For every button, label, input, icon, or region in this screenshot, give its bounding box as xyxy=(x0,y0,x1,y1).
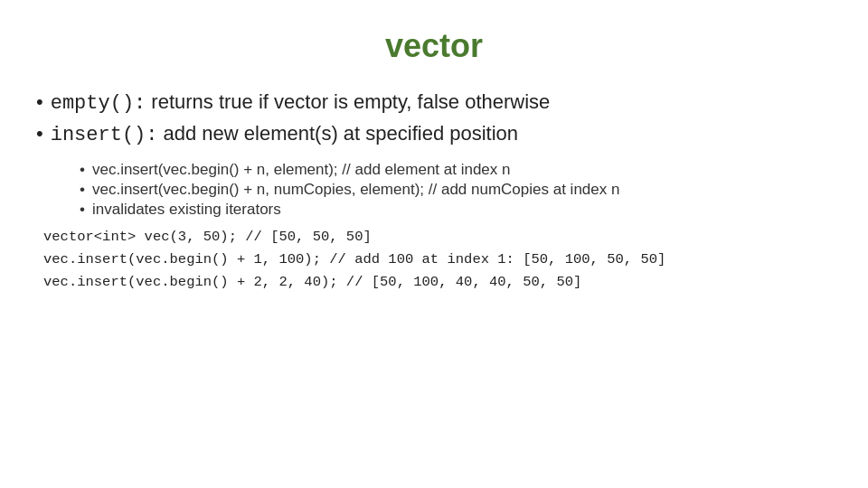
insert-code: insert(): xyxy=(51,124,158,146)
code-line-1: vector<int> vec(3, 50); // [50, 50, 50] xyxy=(43,226,832,249)
empty-desc: returns true if vector is empty, false o… xyxy=(151,90,550,114)
sub-bullet-2: vec.insert(vec.begin() + n, numCopies, e… xyxy=(80,181,832,199)
bullet-insert: • insert(): add new element(s) at specif… xyxy=(36,122,832,146)
main-container: vector • empty(): returns true if vector… xyxy=(0,0,868,488)
bullet-empty: • empty(): returns true if vector is emp… xyxy=(36,90,832,115)
code-block: vector<int> vec(3, 50); // [50, 50, 50] … xyxy=(43,226,832,293)
insert-desc: add new element(s) at specified position xyxy=(164,122,519,145)
sub-bullet-2-text: vec.insert(vec.begin() + n, numCopies, e… xyxy=(92,181,620,199)
bullet-dot-2: • xyxy=(36,122,43,145)
sub-bullet-3: invalidates existing iterators xyxy=(80,201,832,219)
sub-bullet-1-text: vec.insert(vec.begin() + n, element); //… xyxy=(92,161,511,179)
code-line-2: vec.insert(vec.begin() + 1, 100); // add… xyxy=(43,249,832,271)
page-title: vector xyxy=(36,27,832,65)
sub-bullet-1: vec.insert(vec.begin() + n, element); //… xyxy=(80,161,832,179)
sub-bullet-list: vec.insert(vec.begin() + n, element); //… xyxy=(80,161,832,219)
code-line-3: vec.insert(vec.begin() + 2, 2, 40); // [… xyxy=(43,271,832,294)
empty-code: empty(): xyxy=(51,92,146,115)
sub-bullet-3-text: invalidates existing iterators xyxy=(92,201,281,219)
main-bullets: • empty(): returns true if vector is emp… xyxy=(36,90,832,146)
bullet-dot-1: • xyxy=(36,90,43,114)
